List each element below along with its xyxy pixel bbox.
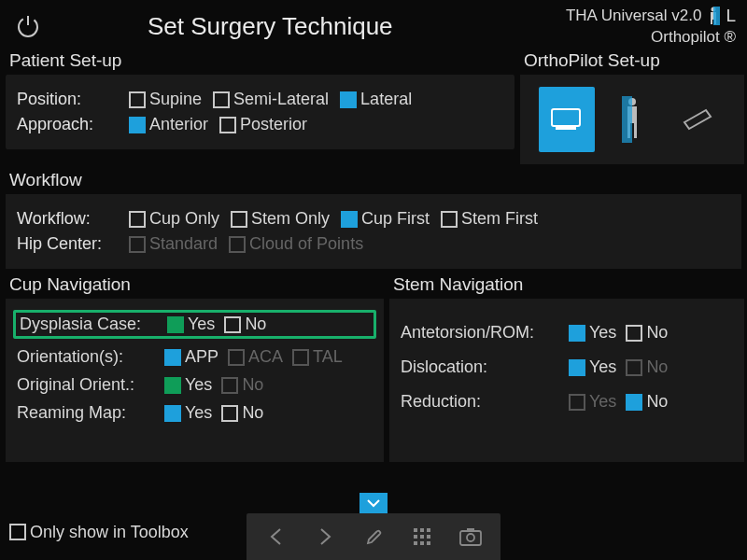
- only-show-toolbox[interactable]: Only show in Toolbox: [9, 523, 189, 542]
- antetorsion-no[interactable]: No: [626, 323, 668, 343]
- power-button[interactable]: [11, 9, 45, 43]
- approach-anterior[interactable]: Anterior: [129, 115, 208, 134]
- position-supine[interactable]: Supine: [129, 90, 202, 109]
- position-semi-lateral[interactable]: Semi-Lateral: [213, 90, 329, 109]
- orientation-label: Orientation(s):: [17, 347, 155, 367]
- reaming-yes[interactable]: Yes: [164, 403, 212, 423]
- orientation-tal: TAL: [292, 347, 343, 367]
- hip-center-cloud: Cloud of Points: [229, 234, 363, 254]
- dislocation-no: No: [626, 357, 668, 377]
- svg-rect-4: [711, 20, 712, 24]
- reaming-no[interactable]: No: [221, 403, 263, 423]
- workflow-stem-only[interactable]: Stem Only: [231, 209, 330, 229]
- version-text: THA Universal v2.0: [566, 6, 702, 26]
- hip-center-standard: Standard: [129, 234, 218, 254]
- orthopilot-setup-section: OrthoPilot Set-up: [520, 49, 744, 164]
- reaming-label: Reaming Map:: [17, 403, 155, 423]
- orig-orient-yes[interactable]: Yes: [164, 375, 212, 395]
- cup-nav-title: Cup Navigation: [9, 274, 384, 295]
- orig-orient-no: No: [221, 375, 263, 395]
- orientation-aca: ACA: [228, 347, 283, 367]
- side-letter: L: [726, 5, 736, 28]
- workflow-label: Workflow:: [17, 209, 118, 229]
- approach-posterior[interactable]: Posterior: [219, 115, 307, 134]
- page-title: Set Surgery Technique: [45, 12, 566, 41]
- dysplasia-row: Dysplasia Case: Yes No: [13, 310, 376, 339]
- reduction-yes: Yes: [569, 392, 616, 412]
- svg-rect-7: [552, 109, 580, 126]
- stem-navigation-section: Stem Navigation Antetorsion/ROM: Yes No …: [389, 273, 744, 462]
- stem-nav-title: Stem Navigation: [393, 274, 744, 295]
- workflow-title: Workflow: [9, 170, 741, 190]
- reduction-no[interactable]: No: [626, 392, 668, 412]
- svg-rect-8: [556, 126, 576, 130]
- antetorsion-label: Antetorsion/ROM:: [401, 323, 559, 343]
- hip-center-label: Hip Center:: [17, 234, 118, 254]
- body-side-icon: [707, 7, 720, 25]
- workflow-cup-first[interactable]: Cup First: [341, 209, 430, 229]
- workflow-stem-first[interactable]: Stem First: [441, 209, 538, 229]
- reduction-label: Reduction:: [401, 392, 559, 412]
- svg-rect-13: [622, 96, 632, 143]
- orthopilot-title: OrthoPilot Set-up: [524, 50, 744, 71]
- antetorsion-yes[interactable]: Yes: [569, 323, 616, 343]
- dysplasia-label: Dysplasia Case:: [20, 315, 158, 334]
- ortho-camera-right[interactable]: [669, 87, 726, 152]
- orientation-app[interactable]: APP: [164, 347, 218, 367]
- position-lateral[interactable]: Lateral: [340, 90, 412, 109]
- dislocation-label: Dislocation:: [401, 357, 559, 377]
- position-label: Position:: [17, 90, 118, 109]
- dysplasia-yes[interactable]: Yes: [167, 315, 215, 334]
- workflow-cup-only[interactable]: Cup Only: [129, 209, 219, 229]
- ortho-patient-center[interactable]: [604, 87, 660, 152]
- dislocation-yes[interactable]: Yes: [569, 357, 616, 377]
- dysplasia-no[interactable]: No: [224, 315, 266, 334]
- patient-setup-section: Patient Set-up Position: Supine Semi-Lat…: [6, 49, 514, 164]
- orig-orient-label: Original Orient.:: [17, 375, 155, 395]
- brand-text: Orthopilot ®: [651, 27, 736, 48]
- ortho-camera-left[interactable]: [539, 87, 595, 152]
- version-info: THA Universal v2.0 L Orthopilot ®: [566, 5, 736, 49]
- patient-setup-title: Patient Set-up: [9, 50, 514, 71]
- svg-rect-12: [634, 123, 637, 138]
- svg-rect-6: [713, 7, 720, 25]
- cup-navigation-section: Cup Navigation Dysplasia Case: Yes No Or…: [6, 273, 384, 462]
- approach-label: Approach:: [17, 115, 118, 134]
